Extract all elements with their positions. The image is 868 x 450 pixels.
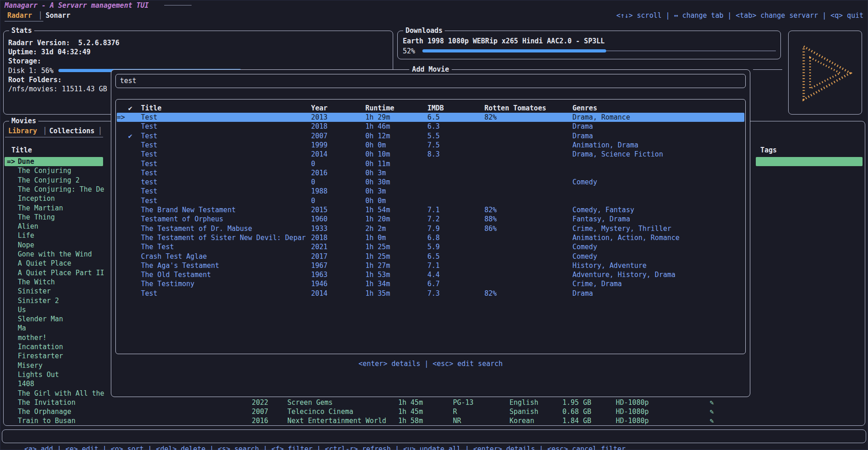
cell-runtime: 0h 0m: [365, 196, 427, 205]
add-movie-row[interactable]: Test20140h 10m8.3Drama, Science Fiction: [117, 150, 744, 159]
add-movie-row[interactable]: Test00h 11m: [117, 159, 744, 168]
cell-rt: 82%: [484, 289, 572, 298]
add-movie-search-input[interactable]: test: [115, 74, 746, 88]
cell-year: 1963: [311, 270, 365, 279]
cell-hl: [117, 289, 128, 298]
movie-title: Ma: [18, 324, 26, 333]
cell-check: [128, 178, 141, 187]
cell-imdb: 7.5: [427, 141, 484, 150]
movie-title: Sinister: [18, 287, 51, 296]
download-percent: 52%: [403, 47, 415, 56]
cell-rt: 86%: [484, 224, 572, 233]
cell-size: 1.95 GB: [562, 398, 591, 407]
cell-check: [128, 252, 141, 261]
tab-library[interactable]: Library: [8, 126, 37, 136]
add-movie-row[interactable]: Testament of Orpheus19601h 20m7.288%Fant…: [117, 215, 744, 224]
header--: ✔: [128, 104, 141, 113]
movie-title: mother!: [18, 333, 47, 342]
cell-year: 0: [311, 178, 365, 187]
movie-title: Nope: [18, 241, 34, 250]
add-movie-row[interactable]: Test20160h 3m: [117, 168, 744, 178]
downloads-panel: Downloads Earth 1998 1080p WEBRip x265 H…: [397, 31, 781, 59]
header-imdb: IMDB: [427, 104, 484, 113]
add-movie-row[interactable]: Test19880h 3m: [117, 187, 744, 196]
add-movie-rows: =>Test20131h 29m6.582%Drama, RomanceTest…: [116, 113, 745, 304]
movies-table-row[interactable]: 2022Screen Gems1h 45mPG-13English1.95 GB…: [0, 398, 868, 407]
add-movie-row[interactable]: Test19990h 0m7.5Animation, Drama: [117, 141, 744, 150]
movie-title: The Thing: [18, 213, 55, 222]
cell-check: [128, 270, 141, 279]
add-movie-row[interactable]: The Old Testament19631h 53m4.4Adventure,…: [117, 270, 744, 279]
movie-title: A Quiet Place: [18, 259, 71, 268]
movies-tab-divider: │: [43, 126, 47, 136]
movie-title: The Witch: [18, 277, 55, 287]
cell-runtime: 1h 46m: [365, 122, 427, 131]
add-movie-row[interactable]: The Testament of Dr. Mabuse19332h 2m7.98…: [117, 224, 744, 233]
cell-hl: [117, 224, 128, 233]
movie-title: Lights Out: [18, 370, 59, 379]
cell-imdb: 7.2: [427, 215, 484, 224]
cell-quality: HD-1080p: [616, 416, 649, 425]
cell-check: [128, 224, 141, 233]
cell-genres: Comedy: [572, 242, 744, 251]
cell-runtime: 0h 30m: [365, 178, 427, 187]
tab-sonarr[interactable]: Sonarr: [46, 11, 70, 20]
cell-imdb: [427, 196, 484, 205]
stat-storage-label: Storage:: [8, 57, 41, 66]
add-movie-row[interactable]: Crash Test Aglae20171h 25m6.5Comedy: [117, 252, 744, 261]
movie-title: The Conjuring 2: [18, 176, 79, 185]
logo-panel: [788, 31, 862, 115]
add-movie-row[interactable]: =>Test20131h 29m6.582%Drama, Romance: [117, 113, 744, 122]
add-movie-row[interactable]: ✔Test20070h 12m5.5Drama: [117, 131, 744, 141]
cell-hl: [117, 141, 128, 150]
add-movie-row[interactable]: test00h 30mComedy: [117, 178, 744, 187]
tab-radarr[interactable]: Radarr: [7, 11, 32, 20]
cell-year: 1960: [311, 215, 365, 224]
cell-title: Test: [141, 122, 311, 131]
bottom-bar: <a> add | <e> edit | <o> sort | <del> de…: [2, 429, 866, 443]
movie-title: Alien: [18, 222, 38, 231]
movies-table-row[interactable]: 2007Telecinco Cinema1h 45mRSpanish0.68 G…: [0, 407, 868, 416]
cell-title: Test: [141, 113, 311, 122]
cell-runtime: 1h 25m: [365, 252, 427, 261]
add-movie-row[interactable]: Test00h 0m: [117, 196, 744, 205]
tag-icon: ✎: [710, 398, 714, 407]
cell-runtime: 0h 0m: [365, 141, 427, 150]
cell-imdb: 5.5: [427, 131, 484, 141]
cell-check: [128, 261, 141, 270]
cell-runtime: 0h 3m: [365, 187, 427, 196]
cell-year: 1967: [311, 261, 365, 270]
header-genres: Genres: [572, 104, 744, 113]
cell-runtime: 0h 10m: [365, 150, 427, 159]
cell-quality: HD-1080p: [616, 407, 649, 416]
movies-table-row[interactable]: 2016Next Entertainment World1h 58mNRKore…: [0, 416, 868, 425]
cell-genres: Drama, Science Fiction: [572, 150, 744, 159]
bottom-help: <a> add | <e> edit | <o> sort | <del> de…: [24, 445, 626, 450]
cell-title: The Testament of Dr. Mabuse: [141, 224, 311, 233]
cell-runtime: 0h 12m: [365, 131, 427, 141]
stat-version: Radarr Version: 5.2.6.8376: [8, 38, 120, 47]
cell-imdb: 6.7: [427, 279, 484, 288]
movie-title: The Conjuring: The De: [18, 185, 104, 194]
cell-genres: Drama: [572, 131, 744, 141]
global-help: <↑↓> scroll | ↔ change tab | <tab> chang…: [616, 11, 863, 20]
cell-rt: [484, 122, 572, 131]
movie-title: Dune: [18, 157, 34, 166]
add-movie-row[interactable]: Test20181h 46m6.3Drama: [117, 122, 744, 131]
add-movie-row[interactable]: Test20141h 35m7.382%Drama: [117, 289, 744, 298]
cell-hl: [117, 159, 128, 168]
cell-genres: [572, 187, 744, 196]
add-movie-row[interactable]: The Testament of Sister New Devil: Depar…: [117, 233, 744, 242]
cell-year: 2016: [311, 168, 365, 178]
add-movie-row[interactable]: The Testimony19461h 34m6.7Crime, Drama: [117, 279, 744, 288]
tab-collections[interactable]: Collections: [49, 126, 94, 136]
add-movie-modal: Add Movie test ✔TitleYearRuntimeIMDBRott…: [111, 69, 750, 397]
cell-imdb: 6.5: [427, 113, 484, 122]
cell-hl: [117, 205, 128, 215]
cell-imdb: 7.9: [427, 224, 484, 233]
cell-title: Crash Test Aglae: [141, 252, 311, 261]
add-movie-row[interactable]: The Test20211h 25m5.9Comedy: [117, 242, 744, 251]
cell-hl: [117, 252, 128, 261]
add-movie-row[interactable]: The Brand New Testament20151h 54m7.182%C…: [117, 205, 744, 215]
add-movie-row[interactable]: The Aga's Testament19671h 27m7.1History,…: [117, 261, 744, 270]
